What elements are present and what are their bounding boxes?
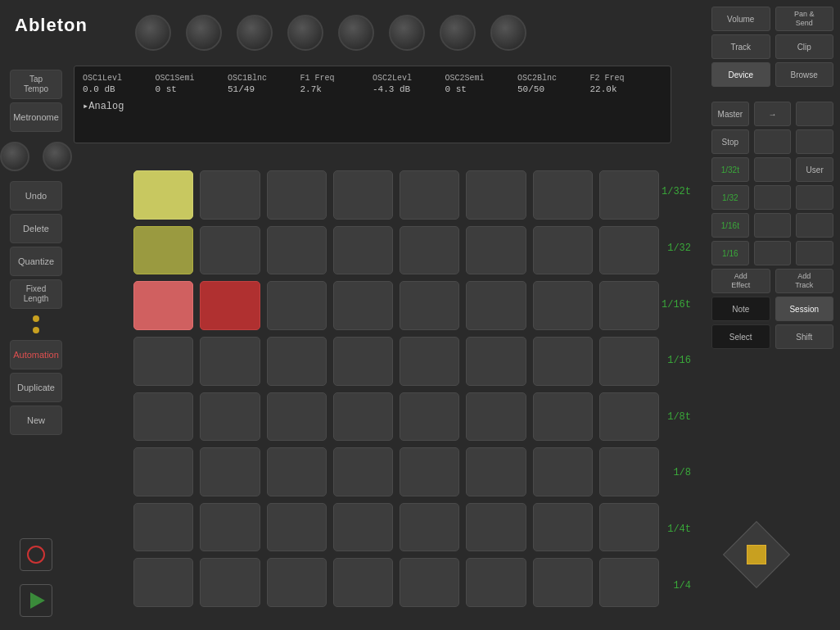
pad-r7-c2[interactable] [267, 558, 327, 607]
undo-button[interactable]: Undo [10, 181, 62, 211]
user-button[interactable]: User [796, 157, 833, 182]
duplicate-button[interactable]: Duplicate [10, 373, 62, 402]
new-button[interactable]: New [10, 406, 62, 435]
encoder-left[interactable] [0, 142, 29, 171]
empty-btn-3[interactable] [796, 129, 833, 154]
play-button[interactable] [20, 584, 52, 617]
pad-r1-c0[interactable] [133, 226, 193, 275]
timing-btn-1-16t[interactable]: 1/16t [711, 213, 749, 238]
knob-5[interactable] [338, 15, 374, 51]
pad-r4-c1[interactable] [200, 392, 260, 442]
timing-btn-1-32t[interactable]: 1/32t [711, 157, 749, 182]
pad-r6-c3[interactable] [333, 503, 393, 552]
add-track-button[interactable]: Add Track [775, 269, 834, 293]
pad-r1-c5[interactable] [466, 226, 526, 275]
pad-r3-c3[interactable] [333, 337, 393, 386]
pad-r2-c0[interactable] [133, 281, 193, 330]
pad-r3-c7[interactable] [599, 337, 659, 386]
pad-r1-c7[interactable] [599, 226, 659, 275]
device-button[interactable]: Device [711, 62, 770, 87]
pad-r0-c2[interactable] [267, 170, 327, 220]
pad-r5-c7[interactable] [599, 447, 659, 496]
pad-r6-c1[interactable] [200, 503, 260, 552]
volume-button[interactable]: Volume [711, 7, 770, 31]
master-button[interactable]: Master [711, 102, 749, 126]
pad-r5-c1[interactable] [200, 447, 260, 496]
pad-r3-c2[interactable] [267, 337, 327, 386]
shift-button[interactable]: Shift [775, 324, 834, 349]
pad-r7-c3[interactable] [333, 558, 393, 607]
pad-r1-c3[interactable] [333, 226, 393, 275]
empty-btn-8[interactable] [796, 213, 833, 238]
add-effect-button[interactable]: Add Effect [711, 269, 770, 293]
knob-8[interactable] [490, 15, 526, 51]
pad-r5-c5[interactable] [466, 447, 526, 496]
pad-r4-c3[interactable] [333, 392, 393, 442]
pad-r3-c5[interactable] [466, 337, 526, 386]
pad-r4-c2[interactable] [267, 392, 327, 442]
select-input[interactable]: Select [711, 324, 770, 349]
pad-r7-c1[interactable] [200, 558, 260, 607]
delete-button[interactable]: Delete [10, 214, 62, 243]
pad-r0-c1[interactable] [200, 170, 260, 220]
empty-btn-9[interactable] [754, 241, 792, 265]
pad-r4-c0[interactable] [133, 392, 193, 442]
pad-r2-c1[interactable] [200, 281, 260, 330]
pad-r4-c4[interactable] [400, 392, 459, 442]
pad-r5-c3[interactable] [333, 447, 393, 496]
knob-4[interactable] [287, 15, 323, 51]
pad-r3-c6[interactable] [533, 337, 593, 386]
knob-3[interactable] [237, 15, 273, 51]
pad-r7-c4[interactable] [400, 558, 459, 607]
pad-r2-c6[interactable] [533, 281, 593, 330]
note-input[interactable]: Note [711, 297, 770, 321]
pad-r1-c1[interactable] [200, 226, 260, 275]
record-button[interactable] [20, 538, 52, 571]
pad-r5-c4[interactable] [400, 447, 459, 496]
encoder-right[interactable] [43, 142, 72, 171]
pad-r5-c6[interactable] [533, 447, 593, 496]
pad-r5-c0[interactable] [133, 447, 193, 496]
knob-7[interactable] [440, 15, 476, 51]
pad-r0-c0[interactable] [133, 170, 193, 220]
pad-r2-c4[interactable] [400, 281, 459, 330]
browse-button[interactable]: Browse [775, 62, 834, 87]
pad-r2-c7[interactable] [599, 281, 659, 330]
pad-r4-c5[interactable] [466, 392, 526, 442]
pad-r5-c2[interactable] [267, 447, 327, 496]
pad-r4-c6[interactable] [533, 392, 593, 442]
pad-r7-c0[interactable] [133, 558, 193, 607]
pad-r6-c4[interactable] [400, 503, 459, 552]
empty-btn-4[interactable] [754, 157, 792, 182]
pan-send-button[interactable]: Pan & Send [775, 7, 834, 31]
pad-r0-c3[interactable] [333, 170, 393, 220]
metronome-button[interactable]: Metronome [10, 102, 62, 132]
knob-2[interactable] [186, 15, 222, 51]
knob-6[interactable] [389, 15, 425, 51]
pad-r6-c2[interactable] [267, 503, 327, 552]
pad-r0-c4[interactable] [400, 170, 459, 220]
track-button[interactable]: Track [711, 34, 770, 59]
quantize-button[interactable]: Quantize [10, 247, 62, 276]
pad-r3-c1[interactable] [200, 337, 260, 386]
pad-r6-c7[interactable] [599, 503, 659, 552]
pad-r1-c4[interactable] [400, 226, 459, 275]
pad-r1-c2[interactable] [267, 226, 327, 275]
pad-r7-c5[interactable] [466, 558, 526, 607]
tap-tempo-button[interactable]: Tap Tempo [10, 70, 62, 99]
empty-btn-5[interactable] [754, 185, 792, 210]
empty-btn-2[interactable] [754, 129, 792, 154]
fixed-length-button[interactable]: Fixed Length [10, 279, 62, 309]
pad-r0-c5[interactable] [466, 170, 526, 220]
empty-btn-6[interactable] [796, 185, 833, 210]
timing-btn-1-16[interactable]: 1/16 [711, 241, 749, 265]
pad-r4-c7[interactable] [599, 392, 659, 442]
pad-r2-c5[interactable] [466, 281, 526, 330]
pad-r2-c2[interactable] [267, 281, 327, 330]
pad-r3-c0[interactable] [133, 337, 193, 386]
empty-btn-10[interactable] [796, 241, 833, 265]
automation-button[interactable]: Automation [10, 340, 62, 369]
arrow-right-button[interactable]: → [754, 102, 792, 126]
pad-r7-c7[interactable] [599, 558, 659, 607]
diamond-nav[interactable] [724, 522, 789, 587]
